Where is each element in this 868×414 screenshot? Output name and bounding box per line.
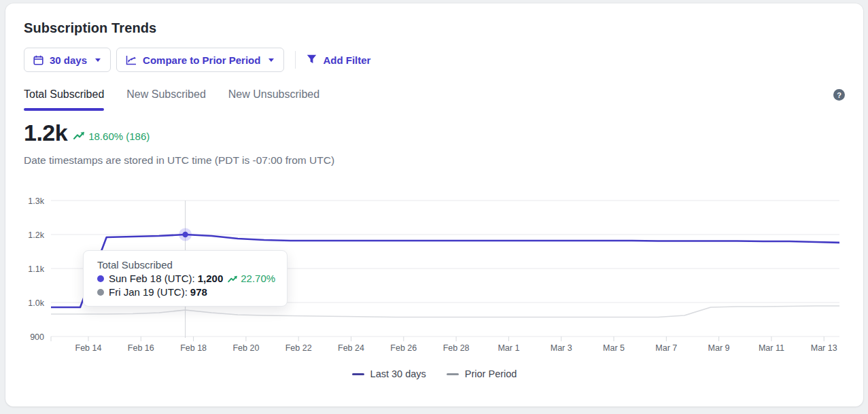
tab-new-unsubscribed[interactable]: New Unsubscribed xyxy=(228,88,319,111)
y-tick-label: 1.2k xyxy=(28,230,44,240)
calendar-icon xyxy=(33,55,44,65)
current-series-dot-icon xyxy=(97,275,104,282)
tabs: Total Subscribed New Subscribed New Unsu… xyxy=(24,88,845,111)
chart-tooltip: Total Subscribed Sun Feb 18 (UTC): 1,200… xyxy=(83,250,288,307)
chart-legend: Last 30 days Prior Period xyxy=(5,368,863,379)
add-filter-button[interactable]: Add Filter xyxy=(307,54,370,66)
tooltip-title: Total Subscribed xyxy=(97,259,277,271)
metric-value: 1.2k xyxy=(24,120,67,146)
hover-point-marker xyxy=(182,232,188,237)
tooltip-prior-row: Fri Jan 19 (UTC): 978 xyxy=(97,286,277,298)
funnel-icon xyxy=(307,54,317,66)
x-tick-label: Feb 20 xyxy=(232,343,259,353)
x-tick-label: Mar 13 xyxy=(811,343,837,353)
x-tick-label: Mar 5 xyxy=(603,343,625,353)
y-tick-label: 900 xyxy=(30,332,44,342)
current-series-line-icon xyxy=(352,373,364,375)
x-tick-label: Mar 9 xyxy=(708,343,730,353)
line-chart[interactable]: 1.3k1.2k1.1k1.0k900Feb 14Feb 16Feb 18Feb… xyxy=(5,194,863,364)
y-axis-labels: 1.3k1.2k1.1k1.0k900 xyxy=(28,196,44,342)
x-tick-label: Feb 22 xyxy=(285,343,312,353)
x-tick-label: Mar 7 xyxy=(655,343,677,353)
subscription-trends-card: Subscription Trends 30 days xyxy=(5,3,863,407)
timezone-note: Date timestamps are stored in UTC time (… xyxy=(24,154,863,167)
tab-total-subscribed[interactable]: Total Subscribed xyxy=(24,88,104,111)
tooltip-current-change: 22.70% xyxy=(241,273,275,285)
date-range-dropdown[interactable]: 30 days xyxy=(24,48,111,72)
x-tick-label: Mar 3 xyxy=(551,343,572,353)
y-tick-label: 1.1k xyxy=(28,264,44,274)
x-tick-label: Mar 1 xyxy=(498,343,519,353)
x-tick-label: Feb 28 xyxy=(443,343,470,353)
add-filter-label: Add Filter xyxy=(323,54,370,66)
trend-up-icon xyxy=(73,131,85,142)
chevron-down-icon xyxy=(94,58,101,63)
prior-series-dot-icon xyxy=(97,289,104,296)
tooltip-current-label: Sun Feb 18 (UTC): xyxy=(109,273,195,285)
legend-label: Last 30 days xyxy=(370,368,426,379)
prior-series-line-icon xyxy=(447,373,459,375)
legend-label: Prior Period xyxy=(465,368,517,379)
y-tick-label: 1.3k xyxy=(28,196,44,206)
legend-item-last-30-days[interactable]: Last 30 days xyxy=(352,368,426,379)
compare-chart-icon xyxy=(126,55,137,65)
prior-period-line xyxy=(28,306,842,317)
tooltip-prior-value: 978 xyxy=(190,286,207,298)
x-tick-label: Feb 24 xyxy=(338,343,364,353)
tooltip-prior-label: Fri Jan 19 (UTC): xyxy=(109,286,188,298)
help-icon[interactable]: ? xyxy=(833,89,845,101)
y-tick-label: 1.0k xyxy=(28,298,44,308)
toolbar: 30 days Compare to Prior Period xyxy=(24,48,863,72)
metric-row: 1.2k 18.60% (186) xyxy=(24,120,863,146)
x-axis-ticks xyxy=(51,337,824,341)
tab-new-subscribed[interactable]: New Subscribed xyxy=(126,88,206,111)
chevron-down-icon xyxy=(268,58,275,63)
legend-item-prior-period[interactable]: Prior Period xyxy=(447,368,517,379)
tooltip-current-trend: 22.70% xyxy=(228,273,275,285)
toolbar-divider xyxy=(295,51,296,69)
metric-change-label: 18.60% (186) xyxy=(88,131,150,142)
compare-dropdown[interactable]: Compare to Prior Period xyxy=(116,48,284,72)
x-tick-label: Feb 26 xyxy=(390,343,417,353)
date-range-label: 30 days xyxy=(50,54,87,66)
x-tick-label: Mar 11 xyxy=(759,343,784,353)
page: { "page": { "title": "Subscription Trend… xyxy=(0,0,868,414)
tooltip-current-value: 1,200 xyxy=(198,273,224,285)
trend-up-icon xyxy=(228,275,238,283)
x-tick-label: Feb 18 xyxy=(180,343,207,353)
metric-trend: 18.60% (186) xyxy=(73,131,150,142)
compare-label: Compare to Prior Period xyxy=(143,54,260,66)
x-axis-labels: Feb 14Feb 16Feb 18Feb 20Feb 22Feb 24Feb … xyxy=(75,343,837,353)
x-tick-label: Feb 16 xyxy=(128,343,154,353)
page-title: Subscription Trends xyxy=(24,20,863,36)
x-tick-label: Feb 14 xyxy=(75,343,102,353)
tooltip-current-row: Sun Feb 18 (UTC): 1,200 22.70% xyxy=(97,273,277,285)
